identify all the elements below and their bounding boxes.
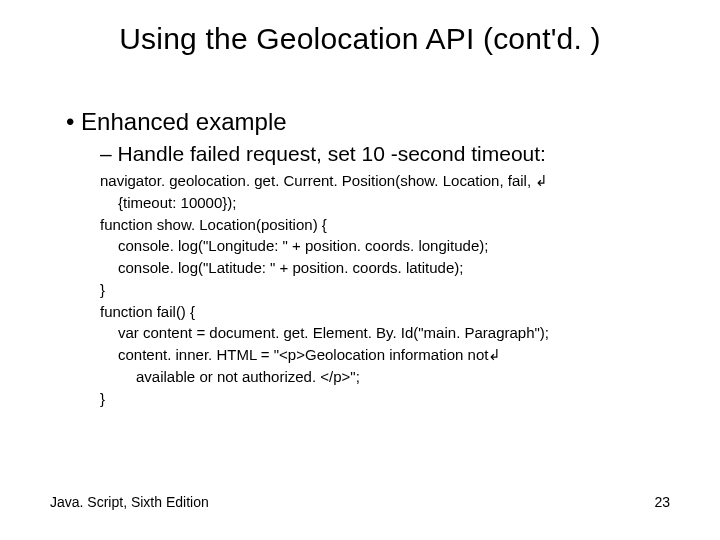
code-line: console. log("Latitude: " + position. co… [100,257,666,279]
code-line: function show. Location(position) { [100,214,666,236]
code-line: console. log("Longitude: " + position. c… [100,235,666,257]
slide: Using the Geolocation API (cont'd. ) Enh… [0,0,720,540]
code-line: navigator. geolocation. get. Current. Po… [100,170,666,192]
code-line: content. inner. HTML = "<p>Geolocation i… [100,344,666,366]
code-line: available or not authorized. </p>"; [100,366,666,388]
code-line: } [100,279,666,301]
code-line: } [100,388,666,410]
footer-page-number: 23 [654,494,670,510]
bullet-level-1: Enhanced example [66,108,666,136]
slide-body: Enhanced example Handle failed request, … [66,108,666,409]
code-line: {timeout: 10000}); [100,192,666,214]
footer-book-title: Java. Script, Sixth Edition [50,494,209,510]
code-line: var content = document. get. Element. By… [100,322,666,344]
slide-title: Using the Geolocation API (cont'd. ) [0,22,720,56]
bullet-level-2: Handle failed request, set 10 -second ti… [100,142,666,166]
code-line: function fail() { [100,301,666,323]
code-block: navigator. geolocation. get. Current. Po… [100,170,666,409]
